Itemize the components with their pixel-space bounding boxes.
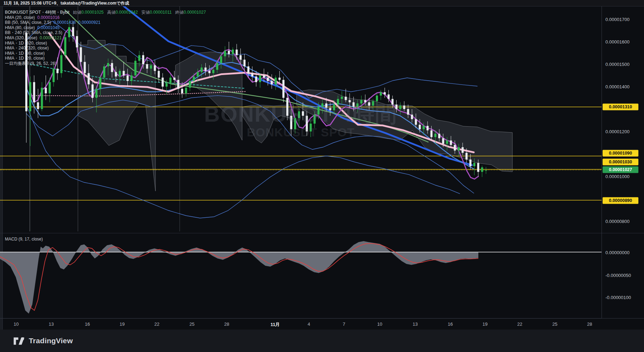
indicator-legend[interactable]: BONKUSDT SPOT・4時間・Bybit始値0.00001025高値0.0…: [5, 10, 206, 66]
candle-body: [290, 116, 292, 129]
candle-body: [228, 51, 230, 54]
legend-indicator-row[interactable]: HMA・1D (320, close): [5, 41, 206, 46]
candle-body: [357, 103, 359, 107]
candle-body: [212, 70, 214, 73]
legend-indicator-row[interactable]: HMA・240 (320, close): [5, 46, 206, 51]
candle-body: [438, 134, 440, 138]
time-axis-label: 25: [190, 321, 194, 327]
candle-body: [318, 107, 320, 115]
price-axis-label: 0.00000000: [605, 250, 630, 255]
tradingview-logo-text: TradingView: [29, 337, 73, 345]
candle-body: [49, 82, 51, 93]
time-axis-label: 22: [154, 321, 159, 327]
price-axis-label: 0.00000800: [605, 219, 630, 224]
price-label-badge: 0.00001030: [603, 159, 638, 165]
legend-indicator-row[interactable]: HMA・1D (80, close): [5, 51, 206, 56]
candle-body: [473, 163, 476, 167]
legend-indicator-row[interactable]: HMA (80, close)0.00001045: [5, 25, 206, 31]
candle-body: [205, 68, 207, 71]
time-axis-label: 19: [483, 321, 487, 327]
candle-body: [247, 66, 250, 73]
time-axis-label: 4: [307, 321, 310, 327]
legend-symbol-row[interactable]: BONKUSDT SPOT・4時間・Bybit始値0.00001025高値0.0…: [5, 10, 206, 15]
candle-body: [485, 170, 487, 171]
candle-body: [53, 69, 55, 82]
candle-body: [364, 100, 366, 102]
ohlc-value: 0.00001027: [184, 10, 206, 15]
candle-body: [216, 63, 218, 70]
price-axis-label: -0.00000050: [605, 273, 631, 278]
time-axis-label: 22: [517, 321, 522, 327]
candle-body: [333, 104, 335, 110]
price-axis[interactable]: 0.000017000.000016000.000015000.00001400…: [602, 6, 644, 318]
candle-body: [302, 111, 304, 116]
price-axis-label: 0.00001500: [605, 62, 630, 67]
candle-body: [185, 88, 187, 93]
candle-body: [177, 80, 179, 89]
time-axis-label: 11月: [271, 321, 280, 328]
price-label-badge: 0.00001090: [603, 150, 638, 157]
ohlc-value: 0.00001025: [81, 10, 104, 15]
candle-body: [119, 71, 121, 76]
candle-body: [220, 56, 222, 63]
indicator-label: HMA・1D (20, close): [5, 56, 45, 61]
legend-indicator-row[interactable]: BB (50, SMA, close, 2.5)0.000014280.0000…: [5, 20, 206, 25]
candle-body: [465, 153, 467, 160]
candle-body: [232, 49, 234, 54]
tradingview-logo-icon: [13, 336, 25, 345]
legend-indicator-row[interactable]: 一目均衡表® (9, 26, 52, 26): [5, 61, 206, 66]
price-label-badge: 0.00000890: [603, 197, 638, 204]
legend-indicator-row[interactable]: BB・240 (50, SMA, close, 2.5): [5, 30, 206, 35]
candle-body: [283, 80, 285, 98]
ohlc-label: 終値: [175, 10, 184, 15]
legend-indicator-row[interactable]: HMA (20, close)0.00001016: [5, 15, 206, 20]
candle-body: [396, 104, 398, 109]
candle-body: [29, 82, 31, 111]
candle-body: [208, 71, 211, 73]
tradingview-chart-window: 11月 18, 2025 15:08 UTC+9、takatabaがTradin…: [0, 0, 644, 352]
candle-body: [446, 141, 448, 144]
candle-body: [197, 72, 199, 76]
candle-body: [162, 77, 164, 87]
time-axis-label: 28: [587, 321, 592, 327]
candle-body: [384, 92, 386, 94]
legend-indicator-row[interactable]: HMA (320, close)0.00001121: [5, 35, 206, 41]
candle-body: [368, 102, 370, 106]
price-label-badge: 0.00001310: [603, 104, 638, 110]
price-axis-label: 0.00001600: [605, 39, 630, 45]
candle-body: [158, 71, 160, 77]
candle-body: [127, 75, 129, 81]
macd-legend[interactable]: MACD (9, 17, close): [5, 237, 43, 242]
candle-body: [415, 119, 417, 125]
candle-body: [423, 126, 425, 129]
candle-body: [434, 134, 437, 137]
time-axis-label: 16: [448, 321, 453, 327]
candle-body: [481, 167, 483, 172]
candle-body: [462, 147, 464, 153]
tradingview-logo[interactable]: TradingView: [13, 336, 73, 345]
candle-body: [45, 88, 47, 93]
candle-body: [458, 147, 460, 151]
candle-body: [372, 101, 374, 106]
time-axis-label: 13: [413, 321, 418, 327]
candle-body: [387, 94, 390, 99]
candle-body: [173, 77, 175, 80]
candle-body: [279, 77, 281, 80]
candle-body: [325, 103, 327, 108]
candle-body: [166, 83, 168, 87]
time-axis-label: 28: [224, 321, 229, 327]
candle-body: [306, 116, 308, 131]
candle-body: [341, 97, 343, 99]
legend-indicator-row[interactable]: HMA・1D (20, close): [5, 56, 206, 61]
macd-legend-text: MACD (9, 17, close): [5, 237, 43, 242]
candle-body: [92, 84, 94, 98]
candle-body: [450, 141, 452, 145]
candle-body: [442, 138, 444, 144]
candle-body: [426, 126, 429, 130]
ohlc-label: 始値: [73, 10, 81, 15]
ohlc-label: 高値: [107, 10, 115, 15]
candle-body: [255, 76, 257, 82]
candle-body: [321, 103, 324, 107]
time-axis[interactable]: 1013161922252811月4710131619222528: [0, 318, 602, 330]
candle-body: [298, 111, 300, 118]
